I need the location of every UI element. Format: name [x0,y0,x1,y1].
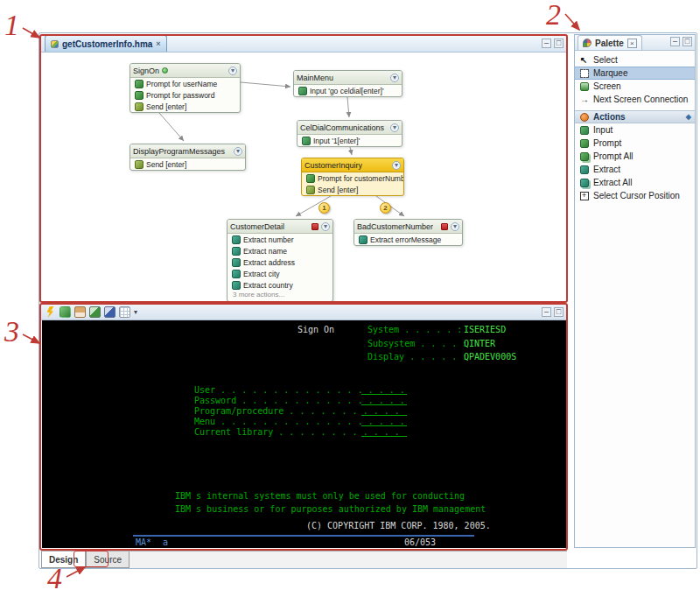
palette-section-actions[interactable]: Actions ◆ [575,110,695,123]
palette-item-select[interactable]: ↖ Select [575,53,695,67]
node-header[interactable]: CustomerInquiry ▾ [302,158,403,172]
extract-icon [580,165,589,174]
action-label: Extract number [243,235,294,244]
maximize-icon[interactable]: □ [554,307,564,317]
green-pen-icon[interactable] [89,306,101,318]
notice-line: IBM s internal systems must only be used… [175,491,465,501]
macro-file-icon [51,40,59,48]
action-item[interactable]: Extract name [228,245,332,256]
action-item[interactable]: Extract country [228,279,332,291]
action-item[interactable]: Input 'go celdial[enter]' [294,85,402,96]
tab-source[interactable]: Source [86,551,130,568]
eraser-icon[interactable] [74,306,86,318]
chevron-down-icon[interactable]: ▾ [390,123,399,132]
flow-node-customerinquiry[interactable]: CustomerInquiry ▾ Prompt for customerNum… [301,158,404,196]
action-item[interactable]: Send [enter] [302,184,403,195]
prompt-icon [135,80,144,88]
action-item[interactable]: Send [enter] [130,158,245,170]
send-icon [135,102,144,111]
screen-title: Sign On [298,325,334,334]
close-icon[interactable]: × [156,39,160,48]
palette-header: Palette × – □ [575,35,695,51]
menu-field[interactable] [361,417,407,426]
action-item[interactable]: Input '1[enter]' [298,135,402,146]
connection-badge-2: 2 [380,202,391,214]
user-field[interactable] [361,385,407,395]
palette-tab[interactable]: Palette × [578,35,642,50]
flow-node-celdialcommunications[interactable]: CelDialCommunications ▾ Input '1[enter]' [297,120,402,147]
palette-item-marquee[interactable]: Marquee [575,67,695,80]
palette-item-next-screen-connection[interactable]: → Next Screen Connection [575,93,695,106]
palette-item-label: Extract All [593,178,632,187]
flow-node-customerdetail[interactable]: CustomerDetail ▾ Extract number Extract … [227,219,333,302]
flow-node-badcustomernumber[interactable]: BadCustomerNumber ▾ Extract errorMessage [354,219,463,246]
chevron-down-icon[interactable]: ▾ [228,67,237,75]
palette-item-prompt[interactable]: Prompt [575,137,695,150]
action-item[interactable]: Extract address [228,256,332,268]
extract-icon [232,247,241,256]
palette-item-prompt-all[interactable]: Prompt All [575,150,695,163]
flow-node-mainmenu[interactable]: MainMenu ▾ Input 'go celdial[enter]' [293,70,402,97]
action-label: Extract country [243,281,293,290]
node-header[interactable]: DisplayProgramMessages ▾ [130,144,245,158]
node-header[interactable]: BadCustomerNumber ▾ [354,220,462,234]
action-label: Prompt for userName [146,80,217,88]
pin-icon[interactable]: ◆ [686,113,691,121]
blue-pen-icon[interactable] [104,306,116,318]
dropdown-arrow-icon[interactable]: ▾ [134,308,137,316]
host-screen[interactable]: Sign On System . . . . . : ISERIESD Subs… [42,320,566,548]
flow-node-displayprogrammessages[interactable]: DisplayProgramMessages ▾ Send [enter] [130,144,246,171]
lightning-icon[interactable] [45,306,56,318]
action-item[interactable]: Extract city [228,268,332,279]
status-dot-icon [162,67,168,74]
more-actions-link[interactable]: 3 more actions... [228,291,332,301]
chevron-down-icon[interactable]: ▾ [234,147,242,156]
library-field[interactable] [361,427,407,437]
palette-item-extract[interactable]: Extract [575,163,695,176]
info-value: QINTER [464,339,495,348]
maximize-icon[interactable]: □ [554,39,564,48]
run-icon[interactable] [60,306,71,318]
minimize-icon[interactable]: – [542,39,551,48]
palette-item-input[interactable]: Input [575,123,695,137]
node-header[interactable]: CustomerDetail ▾ [228,220,332,234]
info-value: ISERIESD [464,325,506,334]
send-icon [306,186,315,194]
action-item[interactable]: Prompt for customerNumber [302,172,403,184]
chevron-down-icon[interactable]: ▾ [392,161,401,170]
action-item[interactable]: Extract errorMessage [354,234,462,245]
minimize-icon[interactable]: – [542,307,551,317]
palette-item-select-cursor-position[interactable]: Select Cursor Position [575,189,695,202]
action-item[interactable]: Prompt for userName [130,78,240,89]
table-icon[interactable] [119,306,130,318]
node-header[interactable]: CelDialCommunications ▾ [298,121,402,135]
maximize-icon[interactable]: □ [682,37,692,46]
oia-status: MA* [136,537,151,547]
password-field[interactable] [361,396,407,405]
editor-tabbar: getCustomerInfo.hma × – □ [41,35,567,53]
prompt-all-icon [580,152,589,161]
oia-cursor-position: 06/053 [404,537,436,547]
flow-node-signon[interactable]: SignOn ▾ Prompt for userName Prompt for … [130,63,241,113]
editor-tab[interactable]: getCustomerInfo.hma × [45,35,167,52]
minimize-icon[interactable]: – [670,37,680,46]
flow-canvas[interactable]: SignOn ▾ Prompt for userName Prompt for … [42,53,566,303]
chevron-down-icon[interactable]: ▾ [321,222,330,231]
editor-window-buttons: – □ [542,39,567,52]
palette-item-screen[interactable]: Screen [575,80,695,93]
palette-item-extract-all[interactable]: Extract All [575,176,695,189]
palette-item-label: Extract [593,165,620,174]
chevron-down-icon[interactable]: ▾ [451,222,459,231]
error-icon [441,223,448,230]
action-label: Send [enter] [318,186,358,194]
action-item[interactable]: Send [enter] [130,101,240,112]
program-field[interactable] [361,406,407,416]
node-header[interactable]: MainMenu ▾ [294,71,402,85]
action-item[interactable]: Prompt for password [130,89,240,101]
action-item[interactable]: Extract number [228,234,332,245]
chevron-down-icon[interactable]: ▾ [390,74,399,82]
node-header[interactable]: SignOn ▾ [130,64,240,78]
annotation-number-2: 2 [546,0,561,30]
detach-icon[interactable]: × [627,39,637,48]
oia-separator [133,535,474,537]
